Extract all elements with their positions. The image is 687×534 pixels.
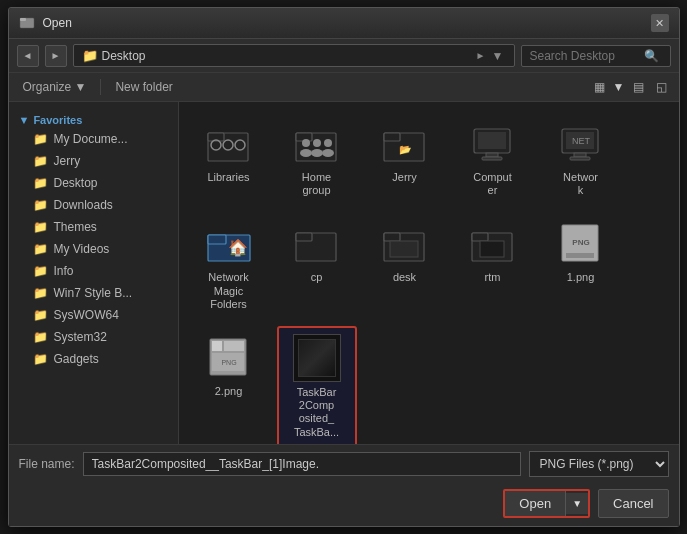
- file-item-1png[interactable]: PNG 1.png: [541, 212, 621, 318]
- sidebar-item-system32[interactable]: 📁 System32: [9, 326, 178, 348]
- svg-rect-28: [208, 235, 226, 244]
- svg-rect-25: [570, 157, 590, 160]
- svg-rect-19: [478, 132, 506, 149]
- favorites-collapse-icon[interactable]: ▼: [19, 114, 30, 126]
- address-text: Desktop: [102, 49, 472, 63]
- file-label-network-magic: NetworkMagicFolders: [208, 271, 248, 311]
- file-label-computer: Computer: [473, 171, 512, 197]
- file-item-desk[interactable]: desk: [365, 212, 445, 318]
- folder-icon: 📁: [33, 264, 48, 278]
- folder-icon: 📁: [33, 176, 48, 190]
- svg-rect-1: [20, 18, 26, 21]
- folder-icon: 📁: [33, 154, 48, 168]
- sidebar: ▼ Favorites 📁 My Docume... 📁 Jerry 📁 Des…: [9, 102, 179, 444]
- folder-icon: 📁: [33, 352, 48, 366]
- filename-input[interactable]: [83, 452, 521, 476]
- view-btn-3[interactable]: ◱: [652, 78, 671, 96]
- svg-rect-16: [384, 133, 400, 141]
- new-folder-button[interactable]: New folder: [109, 77, 178, 97]
- svg-rect-24: [574, 153, 586, 157]
- title-bar-left: Open: [19, 15, 72, 31]
- address-bar[interactable]: 📁 Desktop ► ▼: [73, 44, 515, 67]
- file-item-homegroup[interactable]: Homegroup: [277, 112, 357, 204]
- open-button[interactable]: Open: [505, 491, 566, 516]
- sidebar-item-themes[interactable]: 📁 Themes: [9, 216, 178, 238]
- sidebar-item-my-videos[interactable]: 📁 My Videos: [9, 238, 178, 260]
- file-item-libraries[interactable]: Libraries: [189, 112, 269, 204]
- sidebar-item-desktop[interactable]: 📁 Desktop: [9, 172, 178, 194]
- button-bar: Open ▼ Cancel: [9, 483, 679, 526]
- svg-rect-33: [384, 233, 400, 241]
- forward-button[interactable]: ►: [45, 45, 67, 67]
- search-bar[interactable]: 🔍: [521, 45, 671, 67]
- computer-icon: [470, 123, 516, 163]
- file-label-cp: cp: [311, 271, 323, 284]
- sidebar-item-gadgets[interactable]: 📁 Gadgets: [9, 348, 178, 370]
- file-item-2png[interactable]: PNG 2.png: [189, 326, 269, 444]
- folder-icon: 📁: [33, 308, 48, 322]
- homegroup-icon: [294, 123, 340, 163]
- folder-icon: 📁: [33, 198, 48, 212]
- open-dialog: Open ✕ ◄ ► 📁 Desktop ► ▼ 🔍 Organize ▼ Ne…: [8, 7, 680, 527]
- search-input[interactable]: [530, 49, 640, 63]
- file-label-desk: desk: [393, 271, 416, 284]
- back-button[interactable]: ◄: [17, 45, 39, 67]
- view-dropdown-icon[interactable]: ▼: [613, 80, 625, 94]
- file-label-libraries: Libraries: [207, 171, 249, 184]
- file-item-rtm[interactable]: rtm: [453, 212, 533, 318]
- sidebar-item-info[interactable]: 📁 Info: [9, 260, 178, 282]
- file-label-2png: 2.png: [215, 385, 243, 398]
- view-controls: ▦ ▼ ▤ ◱: [590, 78, 671, 96]
- organize-button[interactable]: Organize ▼: [17, 77, 93, 97]
- network-magic-icon: 🏠: [206, 223, 252, 263]
- address-dropdown-btn[interactable]: ▼: [490, 49, 506, 63]
- network-icon: NET: [558, 123, 604, 163]
- address-folder-icon: 📁: [82, 48, 98, 63]
- file-item-jerry[interactable]: 📂 Jerry: [365, 112, 445, 204]
- libraries-icon: [206, 123, 252, 163]
- file-item-taskbar[interactable]: TaskBar2Composited_TaskBa...: [277, 326, 357, 444]
- svg-point-13: [311, 149, 323, 157]
- sidebar-item-my-documents[interactable]: 📁 My Docume...: [9, 128, 178, 150]
- sidebar-item-win7-style[interactable]: 📁 Win7 Style B...: [9, 282, 178, 304]
- svg-text:🏠: 🏠: [228, 238, 248, 257]
- open-button-wrap: Open ▼: [503, 489, 590, 518]
- svg-rect-21: [482, 157, 502, 160]
- file-item-computer[interactable]: Computer: [453, 112, 533, 204]
- filetype-select[interactable]: PNG Files (*.png) All Files (*.*): [529, 451, 669, 477]
- sidebar-item-jerry[interactable]: 📁 Jerry: [9, 150, 178, 172]
- sidebar-item-syswow64[interactable]: 📁 SysWOW64: [9, 304, 178, 326]
- sidebar-section-favorites: ▼ Favorites: [9, 110, 178, 128]
- dialog-icon: [19, 15, 35, 31]
- main-panel: Libraries: [179, 102, 679, 444]
- jerry-icon: 📂: [382, 123, 428, 163]
- file-label-network: Network: [563, 171, 598, 197]
- cp-icon: [294, 223, 340, 263]
- view-btn-2[interactable]: ▤: [629, 78, 648, 96]
- folder-icon: 📁: [33, 330, 48, 344]
- file-label-homegroup: Homegroup: [302, 171, 331, 197]
- svg-rect-36: [472, 233, 488, 241]
- file-item-cp[interactable]: cp: [277, 212, 357, 318]
- dialog-title: Open: [43, 16, 72, 30]
- open-dropdown-button[interactable]: ▼: [566, 493, 588, 514]
- view-btn-1[interactable]: ▦: [590, 78, 609, 96]
- file-item-network[interactable]: NET Network: [541, 112, 621, 204]
- file-grid: Libraries: [189, 112, 669, 444]
- svg-point-10: [313, 139, 321, 147]
- folder-icon: 📁: [33, 286, 48, 300]
- svg-rect-20: [486, 153, 498, 157]
- file-label-1png: 1.png: [567, 271, 595, 284]
- taskbar-preview: [293, 334, 341, 382]
- svg-text:NET: NET: [572, 136, 591, 146]
- cancel-button[interactable]: Cancel: [598, 489, 668, 518]
- svg-point-12: [300, 149, 312, 157]
- sidebar-item-downloads[interactable]: 📁 Downloads: [9, 194, 178, 216]
- folder-icon: 📁: [33, 220, 48, 234]
- action-bar: Organize ▼ New folder ▦ ▼ ▤ ◱: [9, 73, 679, 102]
- file-item-network-magic[interactable]: 🏠 NetworkMagicFolders: [189, 212, 269, 318]
- filename-label: File name:: [19, 457, 75, 471]
- address-arrow: ►: [476, 50, 486, 61]
- svg-point-9: [302, 139, 310, 147]
- close-button[interactable]: ✕: [651, 14, 669, 32]
